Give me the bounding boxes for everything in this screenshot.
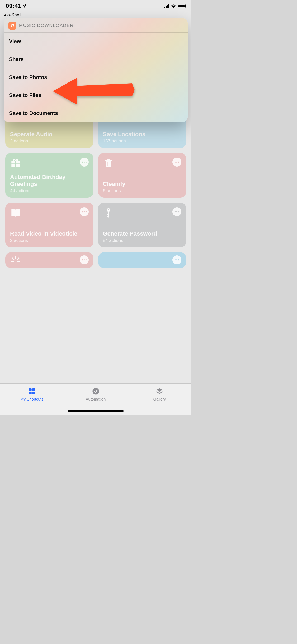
- status-bar: 09:41: [0, 0, 191, 12]
- home-indicator[interactable]: [68, 410, 124, 412]
- tab-label: Gallery: [153, 397, 166, 401]
- popup-title: MUSIC DOWNLOADER: [19, 23, 74, 28]
- popup-item-save-documents[interactable]: Save to Documents: [4, 104, 188, 122]
- svg-rect-24: [29, 388, 32, 391]
- tab-label: My Shortcuts: [20, 397, 44, 401]
- clock-check-icon: [92, 387, 100, 395]
- music-icon: [8, 22, 16, 30]
- layers-icon: [155, 387, 163, 395]
- grid-icon: [28, 387, 36, 395]
- wifi-icon: [171, 4, 176, 8]
- battery-icon: [178, 4, 186, 8]
- svg-rect-27: [32, 392, 35, 394]
- location-icon: [22, 3, 26, 10]
- tab-gallery[interactable]: Gallery: [128, 384, 191, 415]
- tab-label: Automation: [86, 397, 106, 401]
- popup-item-save-photos[interactable]: Save to Photos: [4, 68, 188, 86]
- back-to-app[interactable]: ◂ a-Shell: [4, 12, 21, 18]
- popup-item-view[interactable]: View: [4, 32, 188, 50]
- svg-rect-26: [29, 392, 32, 394]
- cellular-icon: [164, 4, 169, 8]
- popup-item-save-files[interactable]: Save to Files: [4, 86, 188, 104]
- popup-header: MUSIC DOWNLOADER: [4, 18, 188, 32]
- tab-my-shortcuts[interactable]: My Shortcuts: [0, 384, 64, 415]
- action-popup: MUSIC DOWNLOADER View Share Save to Phot…: [4, 18, 188, 122]
- tab-bar: My Shortcuts Automation Gallery: [0, 383, 191, 415]
- status-time: 09:41: [6, 3, 21, 10]
- popup-item-share[interactable]: Share: [4, 50, 188, 68]
- svg-rect-25: [32, 388, 35, 391]
